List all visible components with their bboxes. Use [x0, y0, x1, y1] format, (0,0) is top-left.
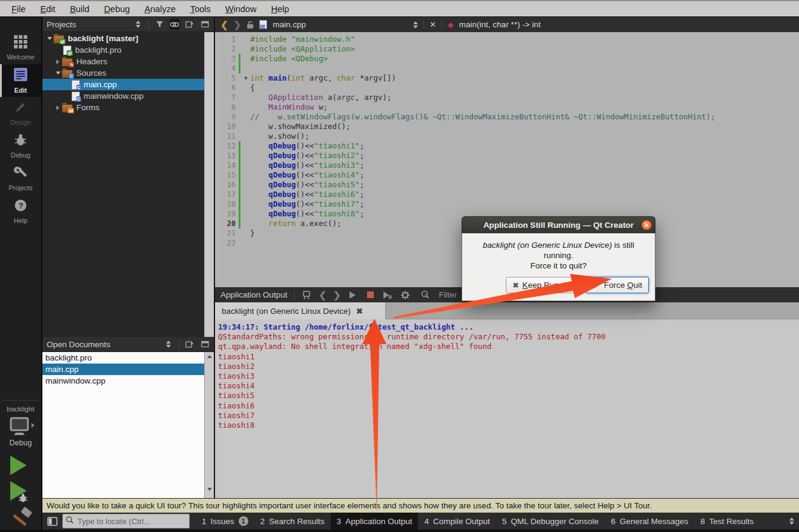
panel-chooser-combo[interactable]	[133, 19, 143, 30]
status-pane-compile-output[interactable]: 4Compile Output	[418, 513, 496, 530]
code-token: ()<<	[296, 151, 314, 161]
output-stderr-line: tiaoshi2	[218, 362, 799, 371]
document-chooser-combo[interactable]	[413, 21, 418, 28]
status-pane-qml-debugger-console[interactable]: 5QML Debugger Console	[496, 513, 605, 530]
rerun-icon[interactable]	[347, 290, 358, 301]
clear-output-icon[interactable]	[301, 290, 312, 301]
code-token: <QApplication>	[291, 44, 355, 54]
projects-scrollbar[interactable]	[204, 32, 214, 337]
tree-item-sources[interactable]: CSources	[42, 67, 204, 79]
next-item-icon[interactable]: ❯	[333, 290, 341, 299]
status-pane-test-results[interactable]: 8Test Results	[694, 513, 760, 530]
open-doc-backlight-pro[interactable]: backlight.pro	[42, 352, 204, 364]
code-token: int	[291, 73, 305, 83]
icon-badge: h	[69, 62, 74, 67]
force-quit-button[interactable]: Force Quit	[586, 277, 649, 293]
prev-item-icon[interactable]: ❮	[319, 290, 327, 299]
tree-expander-icon[interactable]	[54, 105, 62, 110]
kit-build-config: Debug	[0, 439, 41, 447]
vcs-change-bar	[239, 54, 240, 64]
output-status-line: 19:34:17: Starting /home/forlinx/fltest_…	[218, 322, 799, 332]
application-output-text[interactable]: 19:34:17: Starting /home/forlinx/fltest_…	[215, 319, 799, 498]
window-bottom-edge	[0, 530, 799, 532]
stop-icon[interactable]	[365, 290, 376, 301]
status-pane-search-results[interactable]: 2Search Results	[254, 513, 331, 530]
locator[interactable]	[62, 514, 190, 528]
code-line: 18 qDebug()<<"tiaoshi7";	[215, 199, 799, 209]
tree-item-mainwindow-cpp[interactable]: Cmainwindow.cpp	[42, 90, 204, 102]
pane-number: 5	[502, 517, 507, 526]
link-with-editor-icon[interactable]	[170, 19, 179, 30]
filter-icon[interactable]	[154, 19, 164, 30]
open-documents-scrollbar[interactable]	[204, 352, 214, 498]
tree-item-main-cpp[interactable]: Cmain.cpp	[42, 79, 204, 90]
locator-input[interactable]	[62, 514, 190, 528]
status-pane-general-messages[interactable]: 6General Messages	[605, 513, 694, 530]
tree-expander-icon[interactable]	[54, 69, 62, 77]
menu-tools[interactable]: Tools	[184, 4, 217, 14]
run-button[interactable]	[10, 456, 27, 475]
open-doc-mainwindow-cpp[interactable]: mainwindow.cpp	[42, 375, 204, 387]
menu-build[interactable]: Build	[63, 4, 96, 14]
document-title[interactable]: main.cpp	[273, 20, 306, 29]
output-tab-backlight[interactable]: backlight (on Generic Linux Device) ✖	[215, 302, 386, 319]
fold-marker-icon[interactable]: ▼	[242, 73, 250, 83]
mode-welcome[interactable]: Welcome	[0, 32, 41, 64]
tree-item-forms[interactable]: uiForms	[42, 102, 204, 113]
open-doc-main-cpp[interactable]: main.cpp	[42, 364, 204, 375]
tree-item-label: backlight [master]	[68, 34, 138, 43]
projects-tree[interactable]: qtbacklight [master]qtbacklight.prohHead…	[42, 32, 204, 337]
code-token: <QDebug>	[291, 54, 328, 64]
change-bar-slot	[239, 131, 240, 141]
tree-item-backlight-pro[interactable]: qtbacklight.pro	[42, 44, 204, 56]
close-panel-icon[interactable]	[200, 19, 210, 30]
qt-creator-window: FileEditBuildDebugAnalyzeToolsWindowHelp…	[0, 0, 799, 532]
panel-chooser-combo-2[interactable]	[164, 339, 173, 350]
toggle-left-sidebar-icon[interactable]	[47, 517, 58, 526]
attach-debugger-icon[interactable]	[382, 290, 393, 301]
go-forward-icon[interactable]: ❯	[234, 20, 242, 29]
menu-help[interactable]: Help	[264, 4, 296, 14]
output-stderr-line: tiaoshi5	[218, 391, 799, 401]
mode-help[interactable]: ?Help	[0, 195, 41, 228]
tree-item-headers[interactable]: hHeaders	[42, 56, 204, 67]
scroll-up-icon[interactable]	[207, 355, 212, 358]
build-hammer-icon[interactable]	[7, 507, 35, 532]
mode-debug[interactable]: Debug	[0, 130, 41, 162]
status-pane-application-output[interactable]: 3Application Output	[331, 513, 419, 530]
menu-debug[interactable]: Debug	[98, 4, 137, 14]
open-documents-list[interactable]: backlight.promain.cppmainwindow.cpp	[42, 352, 204, 498]
menu-window[interactable]: Window	[219, 4, 264, 14]
output-tab-close-icon[interactable]: ✖	[356, 307, 363, 316]
dialog-body: backlight (on Generic Linux Device) is s…	[462, 233, 655, 301]
line-number: 9	[215, 112, 239, 122]
close-document-icon[interactable]: ✕	[429, 20, 436, 29]
mode-edit[interactable]: Edit	[0, 64, 41, 97]
mode-projects[interactable]: Projects	[0, 162, 41, 195]
menu-edit[interactable]: Edit	[33, 4, 62, 14]
menu-bar: FileEditBuildDebugAnalyzeToolsWindowHelp	[0, 0, 799, 17]
close-panel-icon-2[interactable]	[200, 339, 210, 350]
output-settings-gear-icon[interactable]	[400, 290, 411, 301]
tree-expander-icon[interactable]	[45, 35, 53, 42]
split-panel-icon-2[interactable]	[185, 339, 194, 350]
scroll-down-icon[interactable]	[207, 488, 212, 491]
tree-expander-icon[interactable]	[54, 59, 62, 64]
dialog-title-bar[interactable]: Application Still Running — Qt Creator ×	[462, 216, 655, 233]
menu-file[interactable]: File	[5, 4, 32, 14]
split-panel-icon[interactable]	[185, 19, 194, 30]
menu-analyze[interactable]: Analyze	[138, 4, 182, 14]
line-number: 10	[215, 122, 239, 131]
keep-running-button[interactable]: ✖ Keep Running	[506, 277, 581, 293]
output-tabstrip: backlight (on Generic Linux Device) ✖	[215, 302, 799, 319]
mode-selector: WelcomeEditDesignDebugProjects?Help	[0, 32, 41, 228]
line-number: 7	[215, 93, 239, 102]
tree-item-backlight-master[interactable]: qtbacklight [master]	[42, 33, 204, 44]
pane-overflow-combo[interactable]	[789, 517, 794, 525]
open-documents-title: Open Documents	[47, 340, 110, 349]
status-pane-issues[interactable]: 1Issues1	[196, 513, 254, 530]
kit-selector-button[interactable]	[7, 417, 36, 436]
go-back-icon[interactable]: ❮	[220, 20, 228, 29]
symbol-selector[interactable]: main(int, char **) -> int	[459, 20, 541, 29]
dialog-close-icon[interactable]: ×	[642, 220, 652, 230]
